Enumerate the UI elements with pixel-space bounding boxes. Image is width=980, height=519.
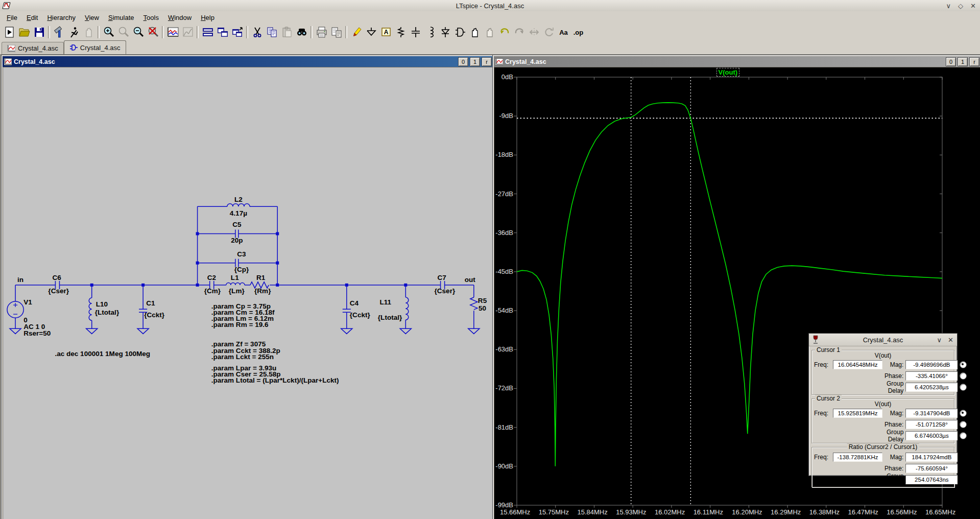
label-C7[interactable]: C7 (438, 274, 446, 281)
y-tick-label[interactable]: -72dB (493, 384, 513, 392)
rotate-button[interactable] (541, 25, 556, 39)
control-panel-button[interactable] (52, 25, 66, 39)
tile-vertical-button[interactable] (200, 25, 215, 39)
value-V1-rser[interactable]: Rser=50 (23, 329, 51, 337)
value-L11[interactable]: {Ltotal} (378, 314, 402, 321)
value-R1[interactable]: {Rm} (254, 287, 271, 295)
ratio-phase-field[interactable]: -75.660594° (905, 464, 958, 473)
cursor1-mag-field[interactable]: -9.4989696dB (905, 360, 958, 369)
menu-help[interactable]: Help (196, 13, 219, 22)
zoom-out-button[interactable] (131, 25, 146, 39)
y-tick-label[interactable]: -99dB (493, 501, 513, 509)
label-C2[interactable]: C2 (207, 274, 216, 281)
x-tick-label[interactable]: 15.66MHz (500, 508, 530, 516)
y-tick-label[interactable]: -27dB (493, 190, 513, 198)
value-C1[interactable]: {Cckt} (144, 311, 165, 319)
undo-button[interactable] (497, 25, 512, 39)
y-tick-label[interactable]: 0dB (493, 73, 513, 81)
menu-file[interactable]: File (2, 13, 22, 22)
waveform-window-titlebar[interactable]: Crystal_4.asc 0 1 r (494, 56, 980, 67)
mirror-button[interactable] (527, 25, 541, 39)
cursor1-freq-field[interactable]: 16.064548MHz (833, 360, 882, 369)
cursor2-freq-field[interactable]: 15.925819MHz (833, 409, 882, 418)
net-label-button[interactable]: A (378, 25, 393, 39)
cursor-dialog-titlebar[interactable]: Crystal_4.asc ∨ ✕ (809, 334, 957, 346)
value-L2[interactable]: 4.17µ (230, 209, 247, 217)
net-label-in[interactable]: in (17, 276, 23, 284)
label-C6[interactable]: C6 (52, 274, 61, 281)
dialog-close-icon[interactable]: ✕ (948, 336, 953, 344)
x-tick-label[interactable]: 15.75MHz (539, 508, 569, 516)
directive-param[interactable]: .param Rm = 19.6 (211, 321, 269, 328)
menu-simulate[interactable]: Simulate (104, 13, 139, 22)
value-C4[interactable]: {Cckt} (350, 311, 371, 319)
paste-button[interactable] (279, 25, 294, 39)
x-tick-label[interactable]: 16.38MHz (809, 508, 840, 516)
menu-tools[interactable]: Tools (139, 13, 163, 22)
y-tick-label[interactable]: -90dB (493, 462, 513, 470)
x-tick-label[interactable]: 16.65MHz (925, 508, 955, 516)
value-L10[interactable]: {Ltotal} (95, 309, 119, 316)
find-button[interactable] (294, 25, 309, 39)
label-C3[interactable]: C3 (237, 250, 246, 258)
y-tick-label[interactable]: -9dB (493, 112, 513, 120)
x-tick-label[interactable]: 16.29MHz (771, 508, 801, 516)
label-R5[interactable]: R5 (478, 297, 487, 304)
label-L1[interactable]: L1 (231, 274, 239, 281)
menu-hierarchy[interactable]: Hierarchy (42, 13, 80, 22)
inductor-L10[interactable] (89, 285, 92, 328)
ground-button[interactable] (364, 25, 378, 39)
cascade-windows-button[interactable] (230, 25, 245, 39)
waveform-maximize-button[interactable]: 1 (958, 57, 968, 66)
value-C2[interactable]: {Cm} (204, 287, 221, 295)
schematic-maximize-button[interactable]: 1 (470, 57, 480, 66)
print-button[interactable] (314, 25, 329, 39)
run-button[interactable] (66, 25, 81, 39)
x-tick-label[interactable]: 16.20MHz (732, 508, 762, 516)
schematic-minimize-button[interactable]: 0 (458, 57, 468, 66)
y-tick-label[interactable]: -45dB (493, 268, 513, 275)
zoom-full-button[interactable] (146, 25, 160, 39)
window-titlebar[interactable]: LTspice - Crystal_4.asc ∨ ◇ ✕ (0, 0, 980, 12)
spice-error-log-button[interactable] (180, 25, 195, 39)
spice-directive-button[interactable]: .op (571, 25, 586, 39)
tile-horizontal-button[interactable] (215, 25, 230, 39)
inductor-L1[interactable] (226, 282, 245, 285)
label-C4[interactable]: C4 (350, 299, 359, 307)
dialog-collapse-icon[interactable]: ∨ (937, 336, 942, 344)
inductor-L2[interactable] (198, 204, 278, 207)
move-button[interactable] (467, 25, 482, 39)
label-L2[interactable]: L2 (234, 196, 243, 203)
save-button[interactable] (32, 25, 46, 39)
schematic-restore-button[interactable]: r (482, 57, 492, 66)
resistor-R5[interactable] (470, 297, 477, 310)
ratio-freq-field[interactable]: -138.72881KHz (833, 453, 882, 462)
x-tick-label[interactable]: 16.47MHz (848, 508, 878, 516)
cursor1-phase-field[interactable]: -335.41066° (905, 371, 958, 381)
cursor2-mag-field[interactable]: -9.3147904dB (905, 409, 958, 418)
minimize-icon[interactable]: ∨ (946, 2, 951, 10)
copy-button[interactable] (265, 25, 279, 39)
y-tick-label[interactable]: -54dB (493, 306, 513, 314)
waveform-minimize-button[interactable]: 0 (946, 57, 956, 66)
capacitor-button[interactable] (408, 25, 423, 39)
redo-button[interactable] (512, 25, 527, 39)
new-file-button[interactable] (2, 25, 17, 39)
label-L10[interactable]: L10 (96, 300, 108, 308)
print-preview-button[interactable] (329, 25, 344, 39)
component-button[interactable] (452, 25, 467, 39)
directive-param[interactable]: .param Ltotal = (Lpar*Lckt)/(Lpar+Lckt) (211, 376, 339, 384)
y-tick-label[interactable]: -18dB (493, 151, 513, 158)
cursor2-phase-field[interactable]: -51.071258° (905, 420, 958, 429)
x-tick-label[interactable]: 16.56MHz (887, 508, 917, 516)
halt-button[interactable] (81, 25, 96, 39)
zoom-extents-button[interactable] (116, 25, 131, 39)
value-L1[interactable]: {Lm} (229, 287, 245, 295)
x-tick-label[interactable]: 15.84MHz (577, 508, 607, 516)
x-tick-label[interactable]: 16.11MHz (694, 508, 723, 516)
open-file-button[interactable] (17, 25, 32, 39)
inductor-L11[interactable] (405, 285, 409, 328)
value-C6[interactable]: {Cser} (48, 287, 69, 295)
x-tick-label[interactable]: 15.93MHz (616, 508, 646, 516)
y-tick-label[interactable]: -36dB (493, 229, 513, 237)
